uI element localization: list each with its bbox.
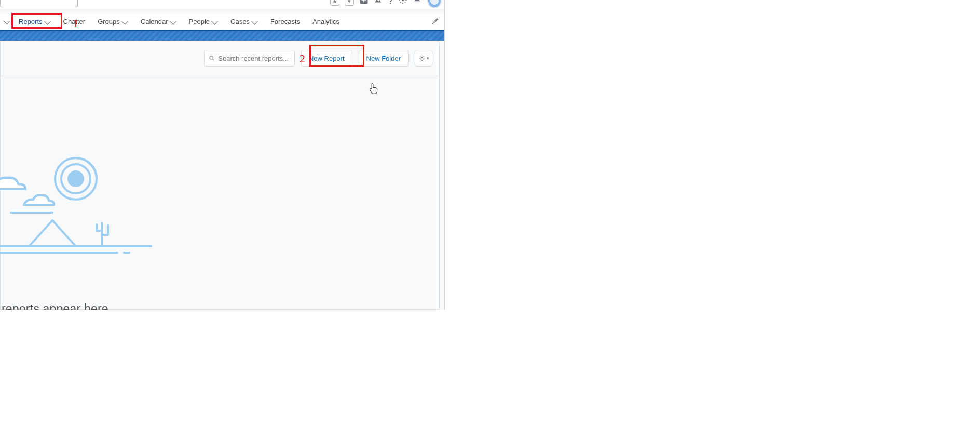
brand-band xyxy=(0,31,445,41)
chevron-down-icon xyxy=(121,17,128,24)
nav-tab-forecasts[interactable]: Forecasts xyxy=(264,13,306,31)
chevron-down-icon xyxy=(169,17,176,24)
divider xyxy=(1,76,439,76)
nav-tab-people[interactable]: People xyxy=(183,13,224,31)
chevron-down-icon xyxy=(3,18,10,24)
new-folder-button[interactable]: New Folder xyxy=(359,50,409,67)
search-reports-input[interactable] xyxy=(204,50,295,67)
svg-point-6 xyxy=(61,164,90,193)
help-icon[interactable]: ? xyxy=(388,0,393,6)
setup-gear-icon[interactable] xyxy=(398,0,407,7)
app-nav: Reports Chatter Groups Calendar People C… xyxy=(0,14,445,31)
favorites-star-icon[interactable]: ★ xyxy=(330,0,339,6)
svg-point-4 xyxy=(421,57,423,59)
nav-tab-label: Groups xyxy=(98,18,120,25)
nav-tab-groups[interactable]: Groups xyxy=(91,13,134,31)
nav-tab-label: Reports xyxy=(19,18,43,25)
reports-panel: New Report New Folder ▾ xyxy=(0,41,440,310)
chevron-down-icon xyxy=(211,17,219,24)
favorites-dropdown-icon[interactable]: ▾ xyxy=(345,0,354,6)
svg-point-5 xyxy=(67,170,84,187)
gear-icon xyxy=(418,55,426,62)
svg-point-7 xyxy=(55,158,97,200)
global-search-input[interactable] xyxy=(0,0,78,7)
nav-tab-label: Analytics xyxy=(312,18,339,25)
nav-tab-label: Cases xyxy=(230,18,250,25)
nav-tab-label: Forecasts xyxy=(270,18,300,25)
chevron-down-icon: ▾ xyxy=(427,56,429,61)
notifications-bell-icon[interactable] xyxy=(413,0,422,7)
nav-tab-analytics[interactable]: Analytics xyxy=(306,13,346,31)
nav-overflow-left[interactable] xyxy=(2,13,12,31)
edit-nav-icon[interactable] xyxy=(432,17,439,27)
global-add-icon[interactable] xyxy=(359,0,369,7)
trailhead-icon[interactable] xyxy=(374,0,383,7)
reports-settings-button[interactable]: ▾ xyxy=(415,50,432,67)
nav-tab-cases[interactable]: Cases xyxy=(224,13,264,31)
empty-state-text: reports appear here xyxy=(2,302,108,310)
chevron-down-icon xyxy=(44,17,51,24)
svg-point-2 xyxy=(210,56,213,59)
svg-point-1 xyxy=(402,0,404,1)
nav-tab-reports[interactable]: Reports xyxy=(12,13,57,31)
nav-tab-chatter[interactable]: Chatter xyxy=(57,13,92,31)
empty-state-illustration xyxy=(0,153,161,262)
svg-line-3 xyxy=(213,59,214,61)
new-report-button[interactable]: New Report xyxy=(301,50,352,67)
chevron-down-icon xyxy=(251,17,258,24)
nav-tab-calendar[interactable]: Calendar xyxy=(134,13,183,31)
search-icon xyxy=(209,55,215,62)
new-report-label: New Report xyxy=(309,55,345,62)
nav-tab-label: Calendar xyxy=(141,18,168,25)
search-reports-field[interactable] xyxy=(218,55,290,62)
nav-tab-label: Chatter xyxy=(63,18,86,25)
user-avatar-icon[interactable] xyxy=(427,0,442,8)
nav-tab-label: People xyxy=(189,18,210,25)
new-folder-label: New Folder xyxy=(366,55,401,62)
global-header: ★ ▾ ? xyxy=(0,0,445,10)
